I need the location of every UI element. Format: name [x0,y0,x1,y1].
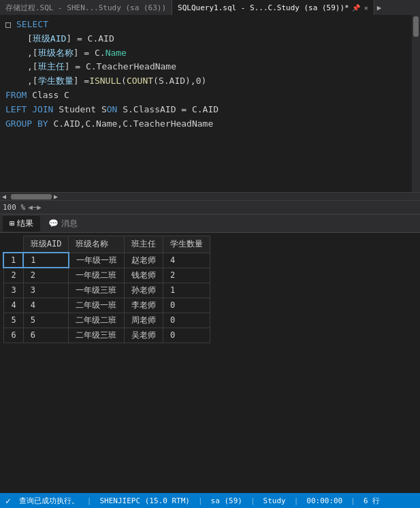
close-icon[interactable]: ✕ [364,4,368,12]
code-line-join: LEFT JOIN Student S ON S.ClassAID = C.AI… [5,103,415,117]
tab-messages[interactable]: 💬 消息 [42,216,84,232]
title-bar: 存储过程.SQL - SHEN...Study (sa (63)) SQLQue… [0,0,420,15]
col-header-name: 班级名称 [69,236,125,253]
code-line-3: ,[班主任] = C.TeacherHeadName [5,60,415,74]
table-cell: 0 [163,328,210,343]
status-bar: ✓ 查询已成功执行。 | SHENJIEPC (15.0 RTM) | sa (… [0,493,420,508]
table-cell: 2 [23,268,69,283]
table-row: 66二年级三班吴老师0 [3,328,210,343]
status-user: sa (59) [211,496,242,505]
editor-content: □ SELECT [班级AID] = C.AID ,[班级名称] = C.Nam… [0,18,420,131]
table-row: 55二年级二班周老师0 [3,313,210,328]
status-sep-3: | [251,496,255,505]
table-row: 22一年级二班钱老师2 [3,268,210,283]
table-cell: 0 [163,298,210,313]
table-row: 33一年级三班孙老师1 [3,283,210,298]
status-sep-5: | [351,496,355,505]
table-cell: 吴老师 [124,328,163,343]
code-line-2: ,[班级名称] = C.Name [5,46,415,61]
row-number: 3 [3,283,23,298]
table-cell: 0 [163,313,210,328]
status-server: SHENJIEPC (15.0 RTM) [99,496,189,505]
tab-query1[interactable]: SQLQuery1.sql - S...C.Study (sa (59))* 📌… [172,0,374,15]
editor-wrapper: □ SELECT [班级AID] = C.AID ,[班级名称] = C.Nam… [0,15,420,214]
row-number: 6 [3,328,23,343]
results-tabs-bar: ⊞ 结果 💬 消息 [0,214,420,233]
vertical-scrollbar[interactable] [412,15,420,192]
table-cell: 孙老师 [124,283,163,298]
h-scroll-thumb [11,194,52,200]
tab-stored-proc[interactable]: 存储过程.SQL - SHEN...Study (sa (63)) [0,0,172,15]
horizontal-scrollbar[interactable]: ◀ ▶ [0,192,420,200]
results-table: 班级AID 班级名称 班主任 学生数量 11一年级一班赵老师422一年级二班钱老… [3,236,210,343]
row-number: 4 [3,298,23,313]
code-line-group: GROUP BY C.AID,C.Name,C.TeacherHeadName [5,117,415,131]
code-line-1: [班级AID] = C.AID [5,32,415,46]
check-icon: ✓ [5,496,11,506]
table-cell: 二年级三班 [69,328,125,343]
table-cell: 钱老师 [124,268,163,283]
table-cell: 5 [23,313,69,328]
status-sep-1: | [87,496,92,505]
grid-icon: ⊞ [10,219,14,228]
status-message: 查询已成功执行。 [19,496,79,506]
status-rows: 6 行 [364,496,380,506]
code-line-from: FROM Class C [5,89,415,103]
tab-query1-label: SQLQuery1.sql - S...C.Study (sa (59))* [178,3,349,12]
col-header-count: 学生数量 [163,236,210,253]
zoom-slider-icon: ◀─▶ [28,203,42,212]
tab-results-label: 结果 [17,218,33,229]
zoom-bar: 100 % ◀─▶ [0,200,420,214]
row-number: 5 [3,313,23,328]
table-cell: 2 [163,268,210,283]
row-number: 2 [3,268,23,283]
tab-scroll-right[interactable]: ▶ [374,3,385,12]
col-header-aid: 班级AID [23,236,69,253]
code-line-select: □ SELECT [5,18,415,32]
table-cell: 周老师 [124,313,163,328]
editor-area[interactable]: □ SELECT [班级AID] = C.AID ,[班级名称] = C.Nam… [0,15,420,192]
tab-messages-label: 消息 [61,218,78,229]
status-time: 00:00:00 [306,496,342,505]
table-cell: 一年级三班 [69,283,125,298]
table-cell: 一年级二班 [69,268,125,283]
tab-stored-proc-label: 存储过程.SQL - SHEN...Study (sa (63)) [5,3,166,13]
zoom-value[interactable]: 100 % [3,203,25,212]
table-cell: 1 [163,283,210,298]
table-cell: 3 [23,283,69,298]
scroll-right-arrow[interactable]: ▶ [52,193,60,201]
table-cell: 二年级一班 [69,298,125,313]
status-db: Study [263,496,286,505]
table-cell: 二年级二班 [69,313,125,328]
table-cell: 4 [163,253,210,268]
status-sep-4: | [294,496,299,505]
table-cell: 赵老师 [124,253,163,268]
table-cell: 4 [23,298,69,313]
row-num-header [3,236,23,253]
table-cell: 1 [23,253,69,268]
pin-icon: 📌 [352,4,360,12]
tab-results[interactable]: ⊞ 结果 [3,216,40,232]
table-row: 44二年级一班李老师0 [3,298,210,313]
msg-icon: 💬 [48,219,59,228]
scroll-left-arrow[interactable]: ◀ [0,193,8,201]
table-cell: 6 [23,328,69,343]
table-row: 11一年级一班赵老师4 [3,253,210,268]
col-header-teacher: 班主任 [124,236,163,253]
scroll-thumb [413,16,419,37]
results-area: 班级AID 班级名称 班主任 学生数量 11一年级一班赵老师422一年级二班钱老… [0,233,420,464]
code-line-4: ,[学生数量] = ISNULL ( COUNT (S.AID),0) [5,74,415,89]
status-sep-2: | [198,496,203,505]
row-number: 1 [3,253,23,268]
table-cell: 一年级一班 [69,253,125,268]
table-cell: 李老师 [124,298,163,313]
